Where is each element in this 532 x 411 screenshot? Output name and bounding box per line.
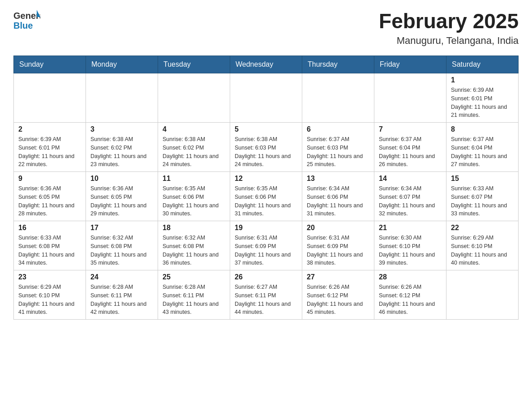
- day-info: Sunrise: 6:36 AMSunset: 6:05 PMDaylight:…: [90, 184, 153, 218]
- day-info: Sunrise: 6:38 AMSunset: 6:02 PMDaylight:…: [163, 135, 225, 169]
- calendar-cell: [86, 73, 158, 123]
- day-number: 3: [90, 125, 153, 133]
- calendar-cell: 26Sunrise: 6:27 AMSunset: 6:11 PMDayligh…: [230, 270, 302, 320]
- day-number: 26: [235, 273, 297, 281]
- page-header: General Blue February 2025 Manuguru, Tel…: [13, 9, 519, 47]
- day-info: Sunrise: 6:36 AMSunset: 6:05 PMDaylight:…: [18, 184, 81, 218]
- day-number: 18: [163, 224, 225, 232]
- day-info: Sunrise: 6:29 AMSunset: 6:10 PMDaylight:…: [18, 283, 81, 317]
- day-number: 28: [379, 273, 442, 281]
- day-info: Sunrise: 6:33 AMSunset: 6:08 PMDaylight:…: [18, 234, 81, 267]
- weekday-header-row: SundayMondayTuesdayWednesdayThursdayFrid…: [14, 56, 519, 73]
- calendar-cell: 3Sunrise: 6:38 AMSunset: 6:02 PMDaylight…: [86, 123, 158, 172]
- day-info: Sunrise: 6:39 AMSunset: 6:01 PMDaylight:…: [18, 135, 81, 169]
- day-number: 1: [451, 76, 514, 84]
- weekday-header-thursday: Thursday: [302, 56, 374, 73]
- calendar-cell: 7Sunrise: 6:37 AMSunset: 6:04 PMDaylight…: [374, 123, 446, 172]
- calendar-cell: 14Sunrise: 6:34 AMSunset: 6:07 PMDayligh…: [374, 172, 446, 221]
- day-number: 5: [235, 125, 297, 133]
- weekday-header-friday: Friday: [374, 56, 446, 73]
- calendar-cell: 2Sunrise: 6:39 AMSunset: 6:01 PMDaylight…: [14, 123, 86, 172]
- day-number: 10: [90, 175, 153, 183]
- calendar-cell: 1Sunrise: 6:39 AMSunset: 6:01 PMDaylight…: [446, 73, 519, 123]
- calendar-cell: 4Sunrise: 6:38 AMSunset: 6:02 PMDaylight…: [158, 123, 230, 172]
- calendar-cell: 17Sunrise: 6:32 AMSunset: 6:08 PMDayligh…: [86, 221, 158, 270]
- day-number: 25: [163, 273, 225, 281]
- calendar-cell: 23Sunrise: 6:29 AMSunset: 6:10 PMDayligh…: [14, 270, 86, 320]
- day-info: Sunrise: 6:32 AMSunset: 6:08 PMDaylight:…: [163, 234, 225, 267]
- location-title: Manuguru, Telangana, India: [379, 35, 519, 47]
- calendar-cell: 15Sunrise: 6:33 AMSunset: 6:07 PMDayligh…: [446, 172, 519, 221]
- calendar-cell: 12Sunrise: 6:35 AMSunset: 6:06 PMDayligh…: [230, 172, 302, 221]
- day-info: Sunrise: 6:31 AMSunset: 6:09 PMDaylight:…: [307, 234, 369, 267]
- calendar-cell: 27Sunrise: 6:26 AMSunset: 6:12 PMDayligh…: [302, 270, 374, 320]
- calendar-cell: 19Sunrise: 6:31 AMSunset: 6:09 PMDayligh…: [230, 221, 302, 270]
- day-info: Sunrise: 6:38 AMSunset: 6:02 PMDaylight:…: [90, 135, 153, 169]
- day-info: Sunrise: 6:33 AMSunset: 6:07 PMDaylight:…: [451, 184, 514, 218]
- calendar-cell: 6Sunrise: 6:37 AMSunset: 6:03 PMDaylight…: [302, 123, 374, 172]
- day-number: 2: [18, 125, 81, 133]
- calendar-cell: 25Sunrise: 6:28 AMSunset: 6:11 PMDayligh…: [158, 270, 230, 320]
- weekday-header-sunday: Sunday: [14, 56, 86, 73]
- calendar-cell: [14, 73, 86, 123]
- logo: General Blue: [13, 9, 40, 34]
- calendar-cell: [374, 73, 446, 123]
- day-info: Sunrise: 6:28 AMSunset: 6:11 PMDaylight:…: [163, 283, 225, 317]
- title-area: February 2025 Manuguru, Telangana, India: [379, 9, 519, 47]
- calendar-cell: [302, 73, 374, 123]
- calendar-cell: 28Sunrise: 6:26 AMSunset: 6:12 PMDayligh…: [374, 270, 446, 320]
- day-info: Sunrise: 6:26 AMSunset: 6:12 PMDaylight:…: [379, 283, 442, 317]
- month-title: February 2025: [379, 9, 519, 33]
- weekday-header-wednesday: Wednesday: [230, 56, 302, 73]
- day-number: 7: [379, 125, 442, 133]
- calendar-cell: 21Sunrise: 6:30 AMSunset: 6:10 PMDayligh…: [374, 221, 446, 270]
- day-number: 6: [307, 125, 369, 133]
- day-info: Sunrise: 6:27 AMSunset: 6:11 PMDaylight:…: [235, 283, 297, 317]
- calendar-cell: 13Sunrise: 6:34 AMSunset: 6:06 PMDayligh…: [302, 172, 374, 221]
- day-info: Sunrise: 6:34 AMSunset: 6:07 PMDaylight:…: [379, 184, 442, 218]
- calendar-week-5: 23Sunrise: 6:29 AMSunset: 6:10 PMDayligh…: [14, 270, 519, 320]
- day-number: 23: [18, 273, 81, 281]
- calendar-cell: 11Sunrise: 6:35 AMSunset: 6:06 PMDayligh…: [158, 172, 230, 221]
- calendar-week-2: 2Sunrise: 6:39 AMSunset: 6:01 PMDaylight…: [14, 123, 519, 172]
- calendar-cell: 18Sunrise: 6:32 AMSunset: 6:08 PMDayligh…: [158, 221, 230, 270]
- day-info: Sunrise: 6:34 AMSunset: 6:06 PMDaylight:…: [307, 184, 369, 218]
- day-number: 19: [235, 224, 297, 232]
- day-number: 13: [307, 175, 369, 183]
- calendar-cell: [230, 73, 302, 123]
- day-number: 24: [90, 273, 153, 281]
- day-number: 12: [235, 175, 297, 183]
- day-number: 15: [451, 175, 514, 183]
- calendar-cell: 20Sunrise: 6:31 AMSunset: 6:09 PMDayligh…: [302, 221, 374, 270]
- svg-text:General: General: [13, 11, 40, 21]
- day-info: Sunrise: 6:32 AMSunset: 6:08 PMDaylight:…: [90, 234, 153, 267]
- calendar-cell: 10Sunrise: 6:36 AMSunset: 6:05 PMDayligh…: [86, 172, 158, 221]
- weekday-header-saturday: Saturday: [446, 56, 519, 73]
- day-number: 8: [451, 125, 514, 133]
- calendar-cell: 24Sunrise: 6:28 AMSunset: 6:11 PMDayligh…: [86, 270, 158, 320]
- day-number: 16: [18, 224, 81, 232]
- day-info: Sunrise: 6:37 AMSunset: 6:04 PMDaylight:…: [451, 135, 514, 169]
- day-info: Sunrise: 6:39 AMSunset: 6:01 PMDaylight:…: [451, 86, 514, 120]
- day-number: 4: [163, 125, 225, 133]
- calendar-table: SundayMondayTuesdayWednesdayThursdayFrid…: [13, 56, 519, 320]
- day-number: 9: [18, 175, 81, 183]
- day-info: Sunrise: 6:35 AMSunset: 6:06 PMDaylight:…: [235, 184, 297, 218]
- calendar-cell: 9Sunrise: 6:36 AMSunset: 6:05 PMDaylight…: [14, 172, 86, 221]
- day-info: Sunrise: 6:35 AMSunset: 6:06 PMDaylight:…: [163, 184, 225, 218]
- day-number: 17: [90, 224, 153, 232]
- day-number: 14: [379, 175, 442, 183]
- day-info: Sunrise: 6:37 AMSunset: 6:03 PMDaylight:…: [307, 135, 369, 169]
- day-info: Sunrise: 6:26 AMSunset: 6:12 PMDaylight:…: [307, 283, 369, 317]
- logo-icon: General Blue: [13, 9, 40, 34]
- day-number: 22: [451, 224, 514, 232]
- calendar-week-1: 1Sunrise: 6:39 AMSunset: 6:01 PMDaylight…: [14, 73, 519, 123]
- day-number: 11: [163, 175, 225, 183]
- day-number: 27: [307, 273, 369, 281]
- weekday-header-monday: Monday: [86, 56, 158, 73]
- day-info: Sunrise: 6:38 AMSunset: 6:03 PMDaylight:…: [235, 135, 297, 169]
- calendar-cell: 5Sunrise: 6:38 AMSunset: 6:03 PMDaylight…: [230, 123, 302, 172]
- weekday-header-tuesday: Tuesday: [158, 56, 230, 73]
- day-info: Sunrise: 6:28 AMSunset: 6:11 PMDaylight:…: [90, 283, 153, 317]
- calendar-week-3: 9Sunrise: 6:36 AMSunset: 6:05 PMDaylight…: [14, 172, 519, 221]
